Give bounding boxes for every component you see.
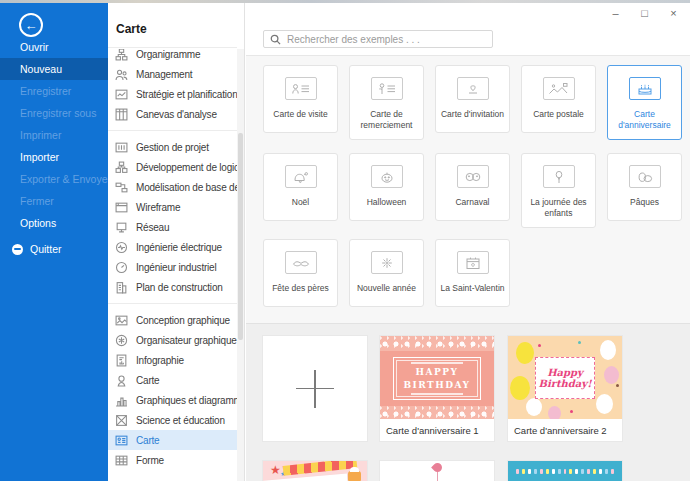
- minimize-button[interactable]: –: [601, 5, 630, 23]
- template-tile-halloween[interactable]: Halloween: [349, 153, 424, 221]
- category-item-conception-graphique[interactable]: Conception graphique: [108, 310, 237, 330]
- category-item-infographie[interactable]: Infographie: [108, 350, 237, 370]
- bunting-flag: [522, 469, 525, 474]
- blank-document-card[interactable]: [262, 335, 368, 442]
- category-item-canevas-d-analyse[interactable]: Canevas d'analyse: [108, 104, 237, 124]
- db-model-icon: [115, 181, 128, 194]
- file-menu-item-ouvrir[interactable]: Ouvrir: [0, 36, 108, 58]
- file-menu-item-fermer[interactable]: Fermer: [0, 190, 108, 212]
- category-item-label: Réseau: [136, 222, 169, 233]
- template-tile-carte-d-invitation[interactable]: Carte d'invitation: [435, 65, 510, 133]
- bunting-flags: [516, 469, 614, 474]
- quit-label: Quitter: [30, 243, 62, 255]
- valentine-icon: [457, 251, 489, 274]
- category-item-management[interactable]: Management: [108, 64, 237, 84]
- category-item-label: Science et éducation: [136, 415, 225, 426]
- template-tile-carte-postale[interactable]: Carte postale: [521, 65, 596, 133]
- birthday-card-1-art: HAPPY BIRTHDAY: [380, 336, 494, 421]
- category-item-d-veloppement-de-logiciels[interactable]: Développement de logiciels: [108, 157, 237, 177]
- category-item-plan-de-construction[interactable]: Plan de construction: [108, 277, 237, 297]
- infographic-icon: [115, 354, 128, 367]
- category-scrollbar[interactable]: [237, 49, 244, 481]
- template-tile-carte-de-remerciement[interactable]: Carte de remerciement: [349, 65, 424, 140]
- template-tile-la-saint-valentin[interactable]: La Saint-Valentin: [435, 239, 510, 307]
- file-menu-item-importer[interactable]: Importer: [0, 146, 108, 168]
- file-menu-item-nouveau[interactable]: Nouveau: [0, 58, 108, 80]
- file-menu-item-imprimer[interactable]: Imprimer: [0, 124, 108, 146]
- file-menu-item-enregistrer[interactable]: Enregistrer: [0, 80, 108, 102]
- category-item-label: Organigramme: [136, 49, 200, 60]
- bunting-flag: [534, 469, 537, 474]
- category-item-r-seau[interactable]: Réseau: [108, 217, 237, 237]
- search-input[interactable]: [287, 34, 477, 45]
- category-item-wireframe[interactable]: Wireframe: [108, 197, 237, 217]
- template-tile-label: Halloween: [367, 197, 407, 208]
- template-tile-carte-de-visite[interactable]: Carte de visite: [263, 65, 338, 133]
- template-tile-noël[interactable]: Noël: [263, 153, 338, 221]
- category-item-label: Stratégie et planification: [136, 89, 237, 100]
- category-item-gestion-de-projet[interactable]: Gestion de projet: [108, 137, 237, 157]
- maximize-button[interactable]: □: [630, 5, 659, 23]
- science-icon: [115, 414, 128, 427]
- template-tile-nouvelle-année[interactable]: Nouvelle année: [349, 239, 424, 307]
- category-item-forme[interactable]: Forme: [108, 450, 237, 470]
- category-item-mod-lisation-de-base-de-[interactable]: Modélisation de base de ...: [108, 177, 237, 197]
- file-menu-item-enregistrer-sous[interactable]: Enregistrer sous: [0, 102, 108, 124]
- category-item-strat-gie-et-planification[interactable]: Stratégie et planification: [108, 84, 237, 104]
- eggs-icon: [629, 165, 661, 188]
- template-tile-carnaval[interactable]: Carnaval: [435, 153, 510, 221]
- close-button[interactable]: ×: [659, 5, 688, 23]
- template-tile-fête-des-pères[interactable]: Fête des pères: [263, 239, 338, 307]
- tile-row-3: Fête des pèresNouvelle annéeLa Saint-Val…: [263, 239, 510, 307]
- circuit-icon: [115, 241, 128, 254]
- confetti-dot: [570, 410, 573, 413]
- template-card-anniversaire-2[interactable]: Happy Birthday! Carte d'anniversaire 2: [507, 335, 623, 442]
- category-item-label: Forme: [136, 455, 164, 466]
- template-card-anniversaire-1[interactable]: HAPPY BIRTHDAY Carte d'anniversaire 1: [379, 335, 495, 442]
- category-item-carte[interactable]: Carte: [108, 370, 237, 390]
- columns-icon: [115, 108, 128, 121]
- template-tile-carte-d-anniversaire[interactable]: Carte d'anniversaire: [607, 65, 682, 140]
- category-item-carte[interactable]: Carte: [108, 430, 237, 450]
- category-item-ing-nierie-lectrique[interactable]: Ingénierie électrique: [108, 237, 237, 257]
- confetti-dot: [616, 384, 619, 387]
- back-button[interactable]: ←: [19, 13, 43, 37]
- file-menu-item-options[interactable]: Options: [0, 212, 108, 234]
- balloon-yellow: [510, 376, 530, 400]
- tile-row-1: Carte de visiteCarte de remerciementCart…: [263, 65, 682, 140]
- category-item-science-et-ducation[interactable]: Science et éducation: [108, 410, 237, 430]
- category-list: OrganigrammeManagementStratégie et plani…: [108, 49, 237, 470]
- bunting-flag: [581, 469, 584, 474]
- file-menu: OuvrirNouveauEnregistrerEnregistrer sous…: [0, 36, 108, 260]
- network-icon: [115, 221, 128, 234]
- template-tile-pâques[interactable]: Pâques: [607, 153, 682, 221]
- edraw-max-window: Edraw Max – □ × ← OuvrirNouveauEnregistr…: [0, 3, 690, 481]
- category-scrollbar-thumb[interactable]: [238, 133, 243, 340]
- template-card-partial-1[interactable]: ★ ★: [262, 460, 368, 481]
- business-card-icon: [285, 77, 317, 100]
- postcard-icon: [543, 77, 575, 100]
- category-item-ing-nieur-industriel[interactable]: Ingénieur industriel: [108, 257, 237, 277]
- mustache-icon: [285, 251, 317, 274]
- template-card-partial-3[interactable]: [507, 460, 623, 481]
- template-tile-la-journée-des-enfants[interactable]: La journée des enfants: [521, 153, 596, 228]
- category-item-label: Développement de logiciels: [136, 162, 237, 173]
- kanban-icon: [115, 141, 128, 154]
- template-tile-label: Carnaval: [455, 197, 489, 208]
- template-card-partial-2[interactable]: [379, 460, 495, 481]
- category-item-organisateur-graphique[interactable]: Organisateur graphique: [108, 330, 237, 350]
- file-menu-item-exporter-envoyer[interactable]: Exporter & Envoyer: [0, 168, 108, 190]
- search-box[interactable]: [263, 30, 493, 48]
- category-group-divider: [108, 130, 237, 131]
- bunting-flag: [593, 469, 596, 474]
- template-card-label: Carte d'anniversaire 1: [380, 419, 494, 441]
- bunting-flag: [528, 469, 531, 474]
- category-item-graphiques-et-diagrammes[interactable]: Graphiques et diagrammes: [108, 390, 237, 410]
- file-menu-item-quitter[interactable]: Quitter: [0, 238, 108, 260]
- image-icon: [115, 314, 128, 327]
- category-item-organigramme[interactable]: Organigramme: [108, 49, 237, 64]
- template-card-label: Carte d'anniversaire 2: [508, 419, 622, 441]
- balloon-white: [596, 394, 613, 414]
- lace-border-top: [380, 336, 494, 351]
- balloon-yellow: [516, 342, 534, 364]
